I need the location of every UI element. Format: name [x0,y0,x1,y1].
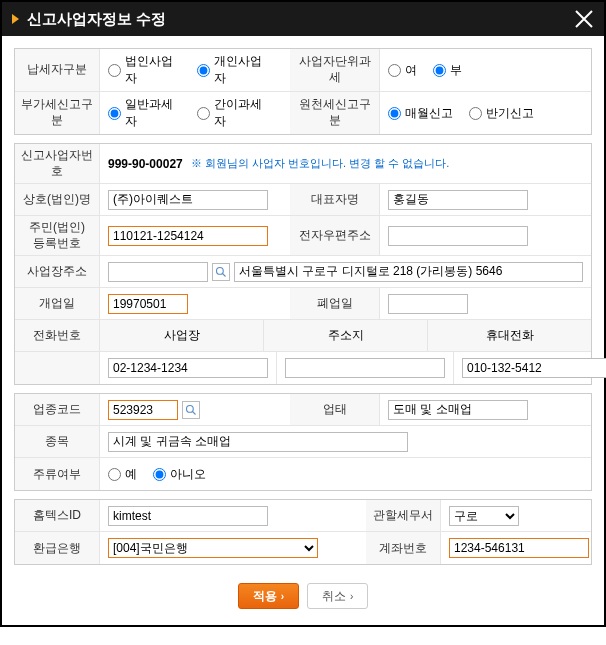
apply-button[interactable]: 적용› [238,583,299,609]
account-label: 계좌번호 [366,532,441,564]
company-input[interactable] [108,190,268,210]
section-business-info: 신고사업자번호 999-90-00027 ※ 회원님의 사업자 번호입니다. 변… [14,143,592,385]
section-hometax: 홈텍스ID 관할세무서 구로 환급은행 [004]국민은행 계좌번호 [14,499,592,565]
tax-office-select[interactable]: 구로 [449,506,519,526]
biz-no-note: ※ 회원님의 사업자 번호입니다. 변경 할 수 없습니다. [191,156,450,171]
email-input[interactable] [388,226,528,246]
address-search-button[interactable] [212,263,230,281]
phone-home-input[interactable] [285,358,445,378]
close-date-label: 폐업일 [290,288,380,319]
section-tax-type: 납세자구분 법인사업자 개인사업자 사업자단위과세 여 부 부가세신고구분 [14,48,592,135]
radio-individual[interactable]: 개인사업자 [197,53,270,87]
hometax-input[interactable] [108,506,268,526]
resident-label: 주민(법인) 등록번호 [15,216,100,255]
bank-select[interactable]: [004]국민은행 [108,538,318,558]
radio-withholding-monthly[interactable]: 매월신고 [388,105,453,122]
svg-point-1 [187,405,194,412]
liquor-label: 주류여부 [15,458,100,490]
cancel-button[interactable]: 취소› [307,583,368,609]
chevron-right-icon: › [281,591,284,602]
address-input[interactable] [234,262,583,282]
phone-office-input[interactable] [108,358,268,378]
biz-item-input[interactable] [108,432,408,452]
title-arrow-icon [12,14,19,24]
search-icon [215,266,227,278]
withholding-label: 원천세신고구분 [290,92,380,134]
dialog-content: 납세자구분 법인사업자 개인사업자 사업자단위과세 여 부 부가세신고구분 [2,36,604,625]
titlebar: 신고사업자정보 수정 [2,2,604,36]
biz-code-label: 업종코드 [15,394,100,425]
email-label: 전자우편주소 [290,216,380,255]
close-date-input[interactable] [388,294,468,314]
radio-unit-yes[interactable]: 여 [388,62,417,79]
button-row: 적용› 취소› [14,573,592,613]
biz-code-search-button[interactable] [182,401,200,419]
phone-mobile-label: 휴대전화 [428,320,591,351]
company-label: 상호(법인)명 [15,184,100,215]
radio-liquor-yes[interactable]: 예 [108,466,137,483]
ceo-input[interactable] [388,190,528,210]
tax-office-label: 관할세무서 [366,500,441,531]
account-input[interactable] [449,538,589,558]
radio-vat-simple[interactable]: 간이과세자 [197,96,270,130]
radio-vat-general[interactable]: 일반과세자 [108,96,181,130]
address-label: 사업장주소 [15,256,100,287]
section-biz-category: 업종코드 업태 종목 주류여부 예 아니오 [14,393,592,491]
phone-home-label: 주소지 [264,320,428,351]
resident-input[interactable] [108,226,268,246]
biz-no-value: 999-90-00027 [108,157,183,171]
search-icon [185,404,197,416]
biz-no-label: 신고사업자번호 [15,144,100,183]
address-code-input[interactable] [108,262,208,282]
biz-type-input[interactable] [388,400,528,420]
dialog-title: 신고사업자정보 수정 [27,10,166,29]
biz-code-input[interactable] [108,400,178,420]
radio-liquor-no[interactable]: 아니오 [153,466,206,483]
bank-label: 환급은행 [15,532,100,564]
ceo-label: 대표자명 [290,184,380,215]
vat-report-label: 부가세신고구분 [15,92,100,134]
svg-point-0 [217,267,224,274]
phone-label: 전화번호 [15,320,100,351]
radio-unit-no[interactable]: 부 [433,62,462,79]
taxpayer-type-label: 납세자구분 [15,49,100,91]
hometax-label: 홈텍스ID [15,500,100,531]
phone-mobile-input[interactable] [462,358,606,378]
chevron-right-icon: › [350,591,353,602]
radio-withholding-half[interactable]: 반기신고 [469,105,534,122]
unit-tax-label: 사업자단위과세 [290,49,380,91]
open-date-input[interactable] [108,294,188,314]
phone-office-label: 사업장 [100,320,264,351]
close-icon [572,7,596,31]
radio-corporate[interactable]: 법인사업자 [108,53,181,87]
close-button[interactable] [572,7,596,31]
dialog-window: 신고사업자정보 수정 납세자구분 법인사업자 개인사업자 사업자단위과세 여 [0,0,606,627]
open-date-label: 개업일 [15,288,100,319]
biz-type-label: 업태 [290,394,380,425]
biz-item-label: 종목 [15,426,100,457]
